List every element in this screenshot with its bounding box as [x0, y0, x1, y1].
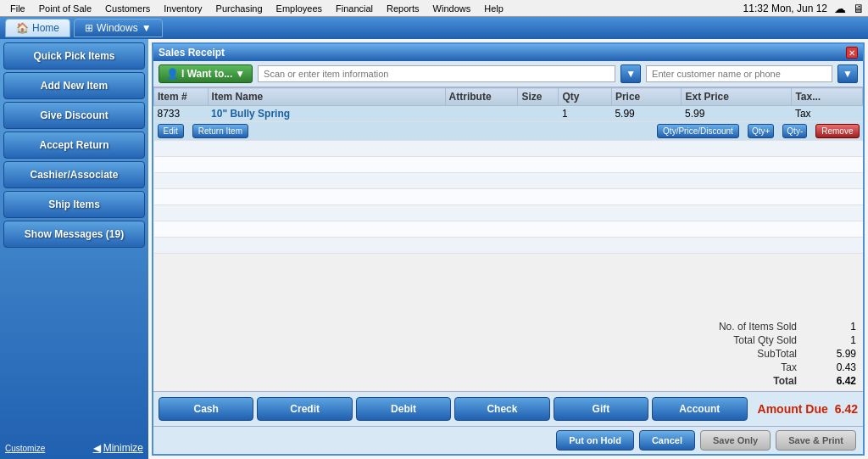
- cell-size: [518, 106, 559, 122]
- receipt-titlebar: Sales Receipt ✕: [153, 44, 863, 61]
- col-qty: Qty: [559, 88, 611, 106]
- table-row: [154, 157, 863, 173]
- item-action-row: Edit Return Item Qty/Price/Discount Qty+…: [154, 122, 863, 141]
- credit-button[interactable]: Credit: [257, 397, 352, 421]
- order-summary: No. of Items Sold 1 Total Qty Sold 1 Sub…: [153, 316, 863, 391]
- cloud-icon: ☁: [834, 2, 846, 15]
- items-sold-row: No. of Items Sold 1: [160, 320, 856, 333]
- total-value: 6.42: [814, 375, 856, 387]
- col-size: Size: [518, 88, 559, 106]
- tax-label: Tax: [687, 361, 797, 373]
- subtotal-row: SubTotal 5.99: [160, 347, 856, 361]
- menu-financial[interactable]: Financial: [329, 2, 380, 15]
- table-container: Item # Item Name Attribute Size Qty Pric…: [153, 87, 863, 316]
- col-item-num: Item #: [154, 88, 209, 106]
- items-sold-value: 1: [814, 321, 856, 333]
- minimize-button[interactable]: ◀ Minimize: [93, 442, 143, 454]
- main-layout: Quick Pick Items Add New Item Give Disco…: [0, 39, 868, 459]
- accept-return-button[interactable]: Accept Return: [3, 132, 145, 159]
- table-row: [154, 189, 863, 205]
- tax-row: Tax 0.43: [160, 361, 856, 374]
- total-label: Total: [687, 375, 797, 387]
- windows-icon: ⊞: [85, 22, 93, 34]
- col-attribute: Attribute: [445, 88, 518, 106]
- receipt-window: Sales Receipt ✕ 👤 I Want to... ▼ ▼ ▼: [152, 42, 865, 456]
- menu-file[interactable]: File: [3, 2, 32, 15]
- total-qty-row: Total Qty Sold 1: [160, 333, 856, 347]
- customer-dropdown-button[interactable]: ▼: [837, 64, 858, 83]
- ship-items-button[interactable]: Ship Items: [3, 191, 145, 218]
- receipt-table: Item # Item Name Attribute Size Qty Pric…: [153, 87, 863, 254]
- total-row: Total 6.42: [160, 374, 856, 388]
- iwant-label: I Want to...: [181, 68, 232, 80]
- check-button[interactable]: Check: [454, 397, 549, 421]
- customer-input[interactable]: [646, 65, 832, 82]
- cell-qty: 1: [559, 106, 611, 122]
- menu-pos[interactable]: Point of Sale: [32, 2, 98, 15]
- cash-button[interactable]: Cash: [159, 397, 253, 421]
- edit-button[interactable]: Edit: [158, 124, 184, 138]
- content-area: Sales Receipt ✕ 👤 I Want to... ▼ ▼ ▼: [148, 39, 868, 459]
- amount-due-label: Amount Due: [758, 402, 828, 416]
- table-row: [154, 221, 863, 238]
- show-messages-button[interactable]: Show Messages (19): [3, 221, 145, 248]
- menu-purchasing[interactable]: Purchasing: [209, 2, 270, 15]
- give-discount-button[interactable]: Give Discount: [3, 102, 145, 129]
- add-new-item-button[interactable]: Add New Item: [3, 72, 145, 99]
- receipt-title: Sales Receipt: [159, 47, 225, 59]
- customize-button[interactable]: Customize: [5, 442, 45, 454]
- return-item-button[interactable]: Return Item: [192, 124, 248, 138]
- total-qty-label: Total Qty Sold: [687, 334, 797, 346]
- scan-dropdown-button[interactable]: ▼: [620, 64, 641, 83]
- cell-item-name: 10" Bully Spring: [208, 106, 445, 122]
- items-sold-label: No. of Items Sold: [687, 321, 797, 333]
- quick-pick-button[interactable]: Quick Pick Items: [3, 42, 145, 70]
- cell-item-num: 8733: [154, 106, 209, 122]
- gift-button[interactable]: Gift: [554, 397, 648, 421]
- account-button[interactable]: Account: [652, 397, 747, 421]
- windows-tab[interactable]: ⊞ Windows ▼: [74, 19, 163, 37]
- cell-ext-price: 5.99: [682, 106, 792, 122]
- iwant-dropdown-icon: ▼: [235, 68, 245, 80]
- table-row: [154, 238, 863, 254]
- subtotal-value: 5.99: [814, 348, 856, 360]
- qty-plus-button[interactable]: Qty+: [748, 124, 774, 138]
- table-row: [154, 173, 863, 189]
- menu-help[interactable]: Help: [477, 2, 510, 15]
- menu-windows[interactable]: Windows: [426, 2, 478, 15]
- monitor-icon: 🖥: [853, 2, 865, 15]
- home-icon: 🏠: [16, 22, 29, 34]
- qty-minus-button[interactable]: Qty-: [782, 124, 807, 138]
- receipt-close-button[interactable]: ✕: [846, 47, 858, 59]
- app-titlebar: 🏠 Home ⊞ Windows ▼: [0, 17, 868, 39]
- menu-customers[interactable]: Customers: [98, 2, 157, 15]
- scan-input[interactable]: [258, 65, 615, 82]
- menubar: File Point of Sale Customers Inventory P…: [0, 0, 868, 17]
- home-tab[interactable]: 🏠 Home: [5, 19, 70, 37]
- total-qty-value: 1: [814, 334, 856, 346]
- menu-reports[interactable]: Reports: [380, 2, 426, 15]
- cell-tax: Tax: [792, 106, 863, 122]
- save-print-button[interactable]: Save & Print: [776, 430, 856, 451]
- amount-due-section: Amount Due 6.42: [751, 402, 858, 416]
- debit-button[interactable]: Debit: [356, 397, 451, 421]
- cell-price: 5.99: [611, 106, 682, 122]
- cashier-associate-button[interactable]: Cashier/Associate: [3, 161, 145, 188]
- tax-value: 0.43: [814, 361, 856, 373]
- sidebar: Quick Pick Items Add New Item Give Disco…: [0, 39, 148, 459]
- cancel-button[interactable]: Cancel: [639, 430, 695, 451]
- col-price: Price: [611, 88, 682, 106]
- put-on-hold-button[interactable]: Put on Hold: [556, 430, 634, 451]
- qty-price-discount-button[interactable]: Qty/Price/Discount: [657, 124, 739, 138]
- save-only-button[interactable]: Save Only: [700, 430, 771, 451]
- table-row: [154, 141, 863, 157]
- bottom-bar: Put on Hold Cancel Save Only Save & Prin…: [153, 426, 863, 454]
- menu-inventory[interactable]: Inventory: [157, 2, 209, 15]
- col-ext-price: Ext Price: [682, 88, 792, 106]
- col-item-name: Item Name: [208, 88, 445, 106]
- menu-employees[interactable]: Employees: [270, 2, 329, 15]
- iwant-button[interactable]: 👤 I Want to... ▼: [159, 64, 253, 83]
- remove-button[interactable]: Remove: [815, 124, 859, 138]
- receipt-toolbar: 👤 I Want to... ▼ ▼ ▼: [153, 61, 863, 87]
- cell-attribute: [445, 106, 518, 122]
